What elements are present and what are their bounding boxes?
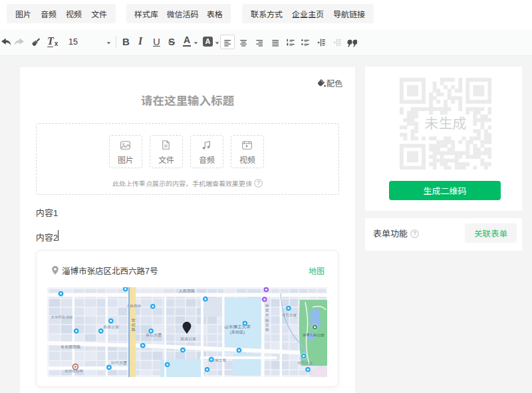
svg-text:时代大厦: 时代大厦 [298,360,313,366]
svg-text:街: 街 [265,327,269,332]
svg-text:金石大厦: 金石大厦 [282,313,297,318]
svg-text:五里桥生活区: 五里桥生活区 [51,315,73,320]
svg-text:?: ? [257,180,260,186]
svg-text:?: ? [413,230,416,237]
svg-text:鑫鑫公寓: 鑫鑫公寓 [180,336,196,342]
svg-text:淄博人民公园: 淄博人民公园 [302,332,325,338]
svg-text:路: 路 [131,327,135,332]
svg-text:(东校区): (东校区) [230,329,245,335]
svg-text:人民西路: 人民西路 [179,288,195,294]
svg-text:共青团西路: 共青团西路 [61,344,80,350]
svg-text:时代大厦: 时代大厦 [111,360,127,366]
svg-text:鑫鑫公寓: 鑫鑫公寓 [103,324,119,330]
svg-text:人民西路: 人民西路 [126,303,142,309]
